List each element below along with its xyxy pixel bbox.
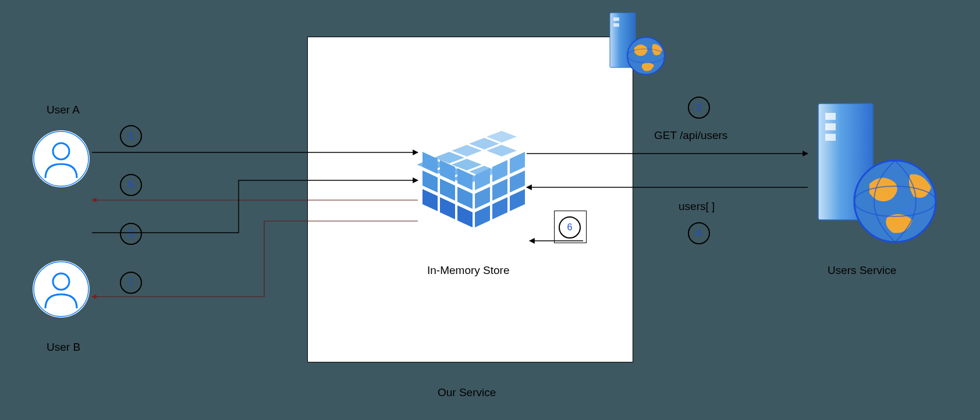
user-a-label: User A xyxy=(47,104,80,116)
svg-marker-32 xyxy=(475,205,490,227)
store-label: In-Memory Store xyxy=(427,264,509,277)
svg-marker-30 xyxy=(492,179,507,201)
our-service-label: Our Service xyxy=(438,386,496,399)
web-server-small-icon xyxy=(603,9,667,79)
step-number: 2 xyxy=(697,102,702,113)
svg-marker-31 xyxy=(510,170,525,193)
step-1-badge: 1 xyxy=(120,125,142,147)
svg-rect-36 xyxy=(613,17,619,21)
step-4-badge: 4 xyxy=(688,222,710,244)
step-6-box xyxy=(554,211,587,243)
svg-marker-29 xyxy=(475,187,490,209)
svg-marker-21 xyxy=(440,179,455,201)
user-a-icon xyxy=(33,130,90,187)
step-3-badge: 3 xyxy=(120,223,142,245)
user-b-icon xyxy=(33,261,90,318)
cube-icon xyxy=(417,124,527,246)
svg-marker-20 xyxy=(422,170,438,193)
svg-marker-25 xyxy=(457,205,473,227)
svg-rect-37 xyxy=(613,23,619,27)
svg-marker-23 xyxy=(422,189,438,211)
step-number: 4 xyxy=(697,228,702,239)
svg-rect-41 xyxy=(825,113,836,120)
step-number: 7 xyxy=(129,277,134,288)
svg-marker-33 xyxy=(492,197,507,219)
svg-marker-22 xyxy=(457,187,473,209)
users-service-icon xyxy=(804,99,938,256)
step-5-badge: 5 xyxy=(120,174,142,196)
users-service-label: Users Service xyxy=(828,264,896,277)
user-b-label: User B xyxy=(47,341,80,354)
svg-rect-43 xyxy=(825,134,836,141)
svg-marker-17 xyxy=(422,152,438,174)
step-number: 1 xyxy=(129,131,134,141)
step-number: 3 xyxy=(129,229,134,239)
svg-marker-24 xyxy=(440,197,455,219)
step-2-badge: 2 xyxy=(688,97,710,119)
api-request-label: GET /api/users xyxy=(654,129,727,142)
svg-marker-27 xyxy=(492,160,507,182)
svg-rect-42 xyxy=(825,123,836,130)
svg-marker-34 xyxy=(510,189,525,211)
step-7-badge: 7 xyxy=(120,272,142,294)
svg-marker-18 xyxy=(440,160,455,182)
step-number: 5 xyxy=(129,180,134,190)
api-response-label: users[ ] xyxy=(679,200,715,213)
